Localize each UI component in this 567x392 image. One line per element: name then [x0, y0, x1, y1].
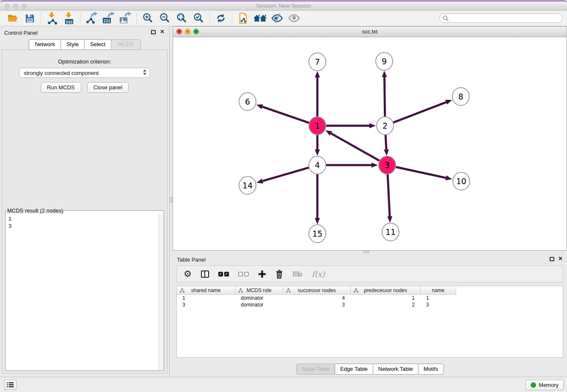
column-header-shared-name[interactable]: shared name: [177, 286, 235, 295]
graph-node-3[interactable]: 3: [379, 156, 396, 174]
mcds-result-box: MCDS result (2 nodes) 1 3: [5, 207, 164, 371]
application-window: Session: New Session: [0, 0, 567, 392]
graph-node-9[interactable]: 9: [376, 52, 393, 70]
save-session-button[interactable]: [21, 11, 38, 25]
memory-label: Memory: [539, 382, 559, 388]
graph-node-7[interactable]: 7: [309, 53, 326, 71]
graph-edge-3-10[interactable]: [396, 167, 446, 178]
show-columns-button[interactable]: [201, 268, 209, 279]
tab-select[interactable]: Select: [84, 39, 111, 50]
eye-disabled-button[interactable]: [286, 11, 303, 25]
table-row[interactable]: 1 dominator 4 1 1: [177, 295, 563, 301]
tab-network-table[interactable]: Network Table: [373, 364, 418, 375]
select-arrows-icon: [143, 69, 146, 75]
cell-predecessor-nodes: 1: [351, 295, 421, 301]
node-table: shared name MCDS role successor nodes pr…: [176, 286, 563, 358]
criterion-value: strongly connected component: [24, 70, 99, 76]
home-button[interactable]: [252, 11, 269, 25]
network-canvas[interactable]: 7968124314101511: [173, 38, 567, 251]
graph-node-8[interactable]: 8: [452, 88, 469, 105]
tab-network[interactable]: Network: [29, 39, 61, 50]
memory-button[interactable]: Memory: [526, 380, 564, 390]
graph-edge-3-1[interactable]: [331, 133, 379, 161]
cell-mcds-role: dominator: [235, 295, 283, 301]
table-header-row: shared name MCDS role successor nodes pr…: [177, 286, 563, 295]
open-session-button[interactable]: [4, 11, 21, 25]
graph-node-2[interactable]: 2: [377, 117, 394, 135]
unchecked-box-icon: [238, 272, 243, 276]
clone-network-button[interactable]: [235, 11, 252, 25]
export-image-button[interactable]: [117, 11, 134, 25]
svg-text:11: 11: [385, 227, 396, 237]
graph-node-10[interactable]: 10: [453, 172, 470, 190]
graph-node-11[interactable]: 11: [382, 223, 399, 241]
export-table-button[interactable]: [100, 11, 117, 25]
column-header-name[interactable]: name: [421, 286, 456, 295]
search-input[interactable]: [439, 14, 563, 23]
graph-edge-3-11[interactable]: [388, 174, 390, 216]
select-all-columns-button[interactable]: ✓ ✓: [218, 268, 229, 279]
splitter-grip[interactable]: [170, 197, 173, 203]
close-panel-icon[interactable]: ×: [559, 255, 562, 262]
close-panel-button[interactable]: Close panel: [87, 82, 129, 93]
graph-edge-2-9[interactable]: [384, 77, 385, 117]
graph-node-4[interactable]: 4: [309, 156, 326, 174]
zoom-selected-button[interactable]: [190, 11, 207, 25]
toolbar-separator: [80, 13, 80, 24]
float-panel-icon[interactable]: [151, 30, 156, 34]
refresh-button[interactable]: [212, 11, 229, 25]
table-row[interactable]: 3 dominator 3 2 3: [177, 301, 563, 308]
zoom-in-icon: [142, 13, 153, 24]
float-panel-icon[interactable]: [550, 257, 554, 261]
graph-edge-2-3[interactable]: [385, 135, 386, 149]
network-view-window: × − + scc.txt 7968124314101511: [173, 26, 567, 251]
unchecked-box-icon: [244, 272, 249, 276]
column-header-successor-nodes[interactable]: successor nodes: [283, 286, 351, 295]
tab-edge-table[interactable]: Edge Table: [335, 364, 373, 375]
hide-eye-button[interactable]: [269, 11, 286, 25]
vertical-splitter[interactable]: [170, 26, 173, 377]
table-panel-title: Table Panel: [177, 257, 206, 263]
zoom-selected-icon: [193, 13, 204, 24]
deselect-all-columns-button[interactable]: [238, 268, 249, 279]
delete-column-button[interactable]: [275, 268, 283, 279]
mcds-result-list[interactable]: 1 3: [6, 214, 158, 370]
graph-node-6[interactable]: 6: [239, 93, 256, 110]
graph-edge-1-6[interactable]: [262, 107, 309, 123]
add-column-button[interactable]: [258, 268, 266, 279]
graph-edge-4-14[interactable]: [263, 168, 309, 181]
svg-text:4: 4: [315, 160, 320, 170]
control-panel: Control Panel × Network Style Select MCD…: [0, 26, 170, 377]
import-network-button[interactable]: [44, 11, 61, 25]
table-settings-button[interactable]: ⚙: [184, 268, 192, 279]
tab-node-table[interactable]: Node Table: [296, 364, 335, 375]
graph-node-14[interactable]: 14: [239, 177, 256, 194]
import-table-button[interactable]: [61, 11, 77, 25]
graph-node-15[interactable]: 15: [309, 225, 326, 243]
run-mcds-button[interactable]: Run MCDS: [41, 82, 81, 93]
zoom-fit-button[interactable]: [173, 11, 190, 25]
tab-motifs[interactable]: Motifs: [418, 364, 444, 375]
flow-icon: [286, 288, 291, 293]
main-titlebar: Session: New Session: [0, 0, 567, 11]
result-scrollbar[interactable]: [158, 214, 164, 370]
graph-node-1[interactable]: 1: [309, 117, 326, 135]
column-header-predecessor-nodes[interactable]: predecessor nodes: [351, 286, 421, 295]
graph-edge-2-8[interactable]: [394, 102, 446, 122]
tab-style[interactable]: Style: [61, 39, 85, 50]
table-tabs: Node Table Edge Table Network Table Moti…: [173, 364, 567, 375]
export-network-button[interactable]: [83, 11, 100, 25]
zoom-out-button[interactable]: [156, 11, 173, 25]
main-toolbar: [0, 11, 567, 26]
toolbar-separator: [209, 13, 210, 24]
column-header-mcds-role[interactable]: MCDS role: [235, 286, 283, 295]
columns-icon: [201, 271, 209, 278]
function-builder-button[interactable]: f(x): [312, 268, 325, 279]
tab-mcds[interactable]: MCDS: [111, 39, 140, 50]
task-history-button[interactable]: [4, 380, 17, 390]
delete-table-button[interactable]: [292, 268, 303, 279]
criterion-select[interactable]: strongly connected component: [19, 68, 150, 78]
close-panel-icon[interactable]: ×: [160, 28, 164, 36]
zoom-in-button[interactable]: [139, 11, 156, 25]
cell-predecessor-nodes: 2: [351, 301, 421, 308]
